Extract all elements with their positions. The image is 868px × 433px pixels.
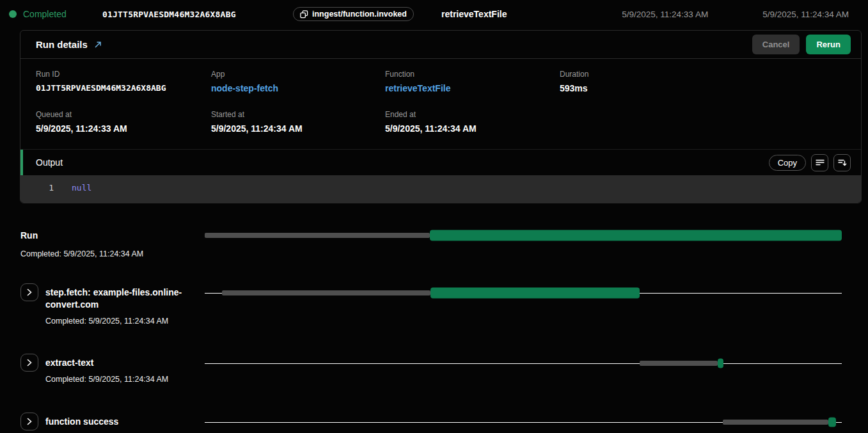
timeline-segment-queued <box>723 420 828 425</box>
timeline-track[interactable] <box>205 287 842 299</box>
code-output-value: null <box>72 183 91 193</box>
chevron-right-icon <box>27 359 32 366</box>
timeline-row-run: Run Completed: 5/9/2025, 11:24:34 AM <box>0 229 868 259</box>
status-dot-icon <box>9 10 17 18</box>
timeline-segment-marker <box>828 418 836 427</box>
timeline-segment-queued <box>205 233 430 238</box>
run-details-panel: Run details Cancel Rerun Run ID 01JTT5RP… <box>20 30 862 203</box>
queued-time-text: 5/9/2025, 11:24:33 AM <box>622 10 708 19</box>
timeline-row-label: function success <box>45 416 168 428</box>
copy-icon <box>300 10 308 19</box>
run-summary-bar: Completed 01JTT5RPVAESDM46M32A6X8ABG inn… <box>0 0 868 28</box>
output-code-viewer[interactable]: 1 null <box>20 175 861 203</box>
field-ended-at: Ended at 5/9/2025, 11:24:34 AM <box>385 110 560 134</box>
timeline-row-completed: Completed: 5/9/2025, 11:24:34 AM <box>45 375 168 384</box>
timeline-segment-active <box>430 288 640 299</box>
chevron-right-icon <box>27 418 32 425</box>
copy-output-button[interactable]: Copy <box>769 155 806 171</box>
field-run-id: Run ID 01JTT5RPVAESDM46M32A6X8ABG <box>36 70 211 93</box>
field-app: App node-step-fetch <box>211 70 385 93</box>
field-queued-at: Queued at 5/9/2025, 11:24:33 AM <box>36 110 211 134</box>
chevron-right-icon <box>27 288 32 296</box>
panel-title: Run details <box>36 39 88 50</box>
field-started-at: Started at 5/9/2025, 11:24:34 AM <box>211 110 385 134</box>
expand-step-button[interactable] <box>20 413 38 430</box>
timeline-row-function-success: function success Completed: 5/9/2025, 11… <box>0 413 868 433</box>
word-wrap-icon[interactable] <box>811 154 828 171</box>
output-section-header: Output Copy <box>20 149 861 175</box>
run-detail-grid: Run ID 01JTT5RPVAESDM46M32A6X8ABG App no… <box>20 59 861 149</box>
run-status: Completed <box>9 9 102 19</box>
timeline-track[interactable] <box>205 416 842 428</box>
run-id-text: 01JTT5RPVAESDM46M32A6X8ABG <box>102 10 293 19</box>
expand-step-button[interactable] <box>20 283 38 301</box>
timeline-segment-queued <box>222 290 430 295</box>
timeline-segment-queued <box>640 361 718 366</box>
function-link[interactable]: retrieveTextFile <box>385 83 450 93</box>
open-run-external-link-icon[interactable] <box>94 41 102 49</box>
timeline-segment-active <box>430 230 842 241</box>
expand-output-icon[interactable] <box>833 154 851 171</box>
timeline-row-label: extract-text <box>45 357 168 369</box>
timeline-row-completed: Completed: 5/9/2025, 11:24:34 AM <box>20 249 143 259</box>
status-label: Completed <box>23 9 67 19</box>
timeline-row-completed: Completed: 5/9/2025, 11:24:34 AM <box>45 317 197 326</box>
output-accent-bar <box>20 150 23 175</box>
cancel-button[interactable]: Cancel <box>752 35 800 54</box>
timeline-row-extract-text: extract-text Completed: 5/9/2025, 11:24:… <box>0 354 868 384</box>
field-duration: Duration 593ms <box>560 70 846 93</box>
timeline-row-label: Run <box>20 230 143 242</box>
timeline-row-step-fetch: step.fetch: example-files.online-convert… <box>0 283 868 326</box>
rerun-button[interactable]: Rerun <box>806 35 851 54</box>
timeline-row-label: step.fetch: example-files.online-convert… <box>45 287 197 311</box>
timeline-segment-marker <box>718 359 723 368</box>
timeline-track[interactable] <box>205 358 842 369</box>
app-link[interactable]: node-step-fetch <box>211 83 278 93</box>
event-name-label: inngest/function.invoked <box>312 10 407 19</box>
function-name-text: retrieveTextFile <box>441 9 622 19</box>
timeline-track[interactable] <box>205 230 842 241</box>
expand-step-button[interactable] <box>20 354 38 372</box>
field-function: Function retrieveTextFile <box>385 70 560 93</box>
event-name-badge[interactable]: inngest/function.invoked <box>293 7 414 21</box>
code-line-number: 1 <box>20 183 54 193</box>
run-timeline: Run Completed: 5/9/2025, 11:24:34 AM ste… <box>0 229 868 433</box>
output-title: Output <box>36 157 63 168</box>
started-time-text: 5/9/2025, 11:24:34 AM <box>762 10 849 19</box>
run-details-header: Run details Cancel Rerun <box>20 31 861 59</box>
